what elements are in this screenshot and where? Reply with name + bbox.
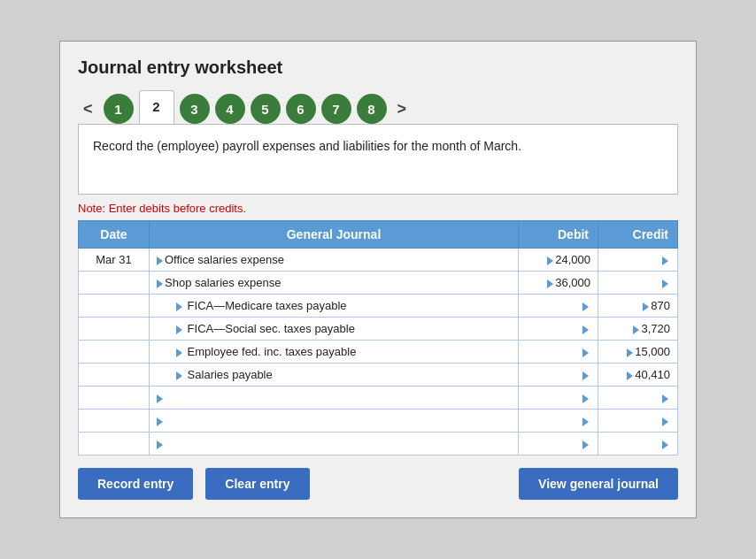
cell-date-3 <box>79 318 150 341</box>
debit-arrow-icon-8 <box>582 440 589 449</box>
cell-credit-5[interactable]: 40,410 <box>598 364 678 387</box>
debit-arrow-icon-4 <box>582 348 589 357</box>
cell-date-1 <box>79 272 150 295</box>
tab-1[interactable]: 1 <box>104 94 134 124</box>
tab-2-active[interactable]: 2 <box>139 90 174 124</box>
cell-debit-4[interactable] <box>519 341 598 364</box>
debit-arrow-icon-2 <box>582 302 589 311</box>
cell-debit-5[interactable] <box>519 364 598 387</box>
cell-journal-4[interactable]: Employee fed. inc. taxes payable <box>150 341 519 364</box>
note-text: Note: Enter debits before credits. <box>78 202 678 215</box>
cell-journal-5[interactable]: Salaries payable <box>150 364 519 387</box>
tab-3[interactable]: 3 <box>180 94 210 124</box>
cell-journal-1[interactable]: Shop salaries expense <box>150 272 519 295</box>
header-credit: Credit <box>598 221 678 249</box>
debit-arrow-icon-7 <box>582 417 589 426</box>
header-date: Date <box>79 221 150 249</box>
cell-credit-1[interactable] <box>598 272 678 295</box>
tab-7[interactable]: 7 <box>321 94 351 124</box>
tab-6[interactable]: 6 <box>286 94 316 124</box>
tab-5[interactable]: 5 <box>251 94 281 124</box>
prev-arrow[interactable]: < <box>78 96 98 122</box>
debit-arrow-icon-3 <box>582 325 589 334</box>
credit-arrow-icon-4 <box>627 348 633 357</box>
credit-arrow-icon-1 <box>662 280 668 288</box>
arrow-icon-1 <box>157 280 163 288</box>
cell-credit-7[interactable] <box>598 410 678 433</box>
cell-date-6 <box>79 387 150 410</box>
cell-date-2 <box>79 295 150 318</box>
cell-date-0: Mar 31 <box>79 249 150 272</box>
cell-journal-8[interactable] <box>150 433 519 456</box>
cell-debit-8[interactable] <box>519 433 598 456</box>
debit-arrow-icon-0 <box>547 257 553 265</box>
cell-journal-6[interactable] <box>150 387 519 410</box>
cell-journal-3[interactable]: FICA—Social sec. taxes payable <box>150 318 519 341</box>
cell-credit-2[interactable]: 870 <box>598 295 678 318</box>
credit-arrow-icon-2 <box>643 302 649 311</box>
buttons-row: Record entry Clear entry View general jo… <box>78 468 678 500</box>
record-entry-button[interactable]: Record entry <box>78 468 193 500</box>
arrow-icon-0 <box>157 257 163 265</box>
cell-debit-3[interactable] <box>519 318 598 341</box>
cell-journal-7[interactable] <box>150 410 519 433</box>
cell-date-7 <box>79 410 150 433</box>
arrow-icon-8 <box>157 440 163 449</box>
cell-debit-7[interactable] <box>519 410 598 433</box>
cell-debit-6[interactable] <box>519 387 598 410</box>
cell-journal-0[interactable]: Office salaries expense <box>150 249 519 272</box>
credit-arrow-icon-5 <box>627 371 633 380</box>
instruction-box: Record the (employee) payroll expenses a… <box>78 124 678 195</box>
view-general-journal-button[interactable]: View general journal <box>519 468 678 500</box>
cell-credit-8[interactable] <box>598 433 678 456</box>
credit-arrow-icon-7 <box>662 417 668 426</box>
cell-journal-2[interactable]: FICA—Medicare taxes payable <box>150 295 519 318</box>
header-debit: Debit <box>519 221 598 249</box>
credit-arrow-icon-6 <box>662 394 668 403</box>
clear-entry-button[interactable]: Clear entry <box>205 468 309 500</box>
arrow-icon-3 <box>176 325 182 334</box>
credit-arrow-icon-8 <box>662 440 668 449</box>
page-title: Journal entry worksheet <box>78 57 678 78</box>
cell-credit-3[interactable]: 3,720 <box>598 318 678 341</box>
debit-arrow-icon-6 <box>582 394 589 403</box>
credit-arrow-icon-3 <box>633 325 639 334</box>
arrow-icon-6 <box>157 394 163 403</box>
instruction-text: Record the (employee) payroll expenses a… <box>93 139 521 153</box>
arrow-icon-4 <box>176 348 182 357</box>
cell-credit-6[interactable] <box>598 387 678 410</box>
next-arrow[interactable]: > <box>392 96 413 122</box>
cell-debit-2[interactable] <box>519 295 598 318</box>
cell-debit-0[interactable]: 24,000 <box>519 249 598 272</box>
tab-4[interactable]: 4 <box>215 94 245 124</box>
header-journal: General Journal <box>150 221 519 249</box>
cell-date-5 <box>79 364 150 387</box>
tabs-row: < 1 2 3 4 5 6 7 8 > <box>78 90 678 124</box>
debit-arrow-icon-5 <box>582 371 589 380</box>
cell-debit-1[interactable]: 36,000 <box>519 272 598 295</box>
journal-table: Date General Journal Debit Credit Mar 31… <box>78 220 678 456</box>
cell-date-4 <box>79 341 150 364</box>
arrow-icon-2 <box>176 302 182 311</box>
journal-entry-worksheet: Journal entry worksheet < 1 2 3 4 5 6 7 … <box>59 41 697 518</box>
arrow-icon-5 <box>176 371 182 380</box>
cell-date-8 <box>79 433 150 456</box>
cell-credit-4[interactable]: 15,000 <box>598 341 678 364</box>
tab-8[interactable]: 8 <box>357 94 387 124</box>
arrow-icon-7 <box>157 417 163 426</box>
credit-arrow-icon-0 <box>662 257 668 265</box>
cell-credit-0[interactable] <box>598 249 678 272</box>
debit-arrow-icon-1 <box>547 280 553 288</box>
